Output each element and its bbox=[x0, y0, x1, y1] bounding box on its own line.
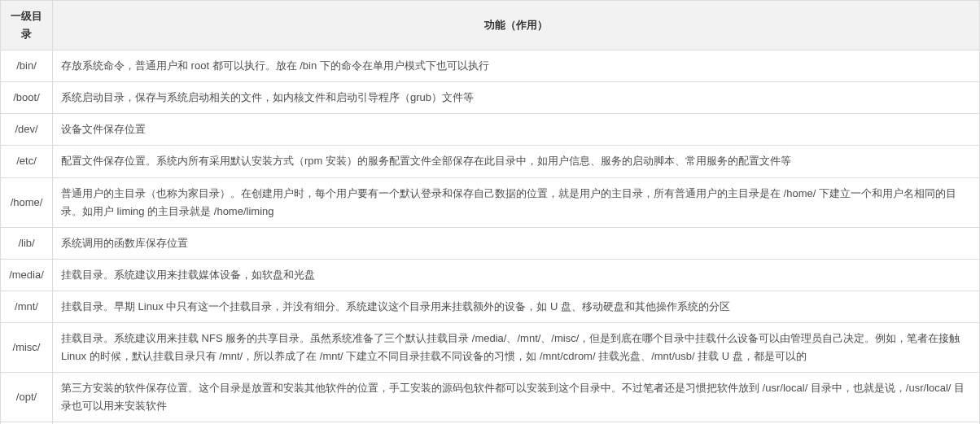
desc-cell: 系统启动目录，保存与系统启动相关的文件，如内核文件和启动引导程序（grub）文件… bbox=[53, 82, 980, 114]
table-row: /lib/系统调用的函数库保存位置 bbox=[1, 227, 980, 259]
desc-cell: 存放系统命令，普通用户和 root 都可以执行。放在 /bin 下的命令在单用户… bbox=[53, 50, 980, 82]
table-row: /etc/配置文件保存位置。系统内所有采用默认安装方式（rpm 安装）的服务配置… bbox=[1, 146, 980, 177]
dir-cell: /bin/ bbox=[1, 50, 53, 82]
dir-cell: /misc/ bbox=[1, 323, 53, 373]
dir-cell: /boot/ bbox=[1, 82, 53, 114]
table-row: /bin/存放系统命令，普通用户和 root 都可以执行。放在 /bin 下的命… bbox=[1, 50, 980, 82]
desc-cell: 普通用户的主目录（也称为家目录）。在创建用户时，每个用户要有一个默认登录和保存自… bbox=[53, 177, 980, 227]
table-row: /opt/第三方安装的软件保存位置。这个目录是放置和安装其他软件的位置，手工安装… bbox=[1, 373, 980, 422]
desc-cell: 挂载目录。系统建议用来挂载 NFS 服务的共享目录。虽然系统准备了三个默认挂载目… bbox=[53, 323, 980, 373]
dir-cell: /opt/ bbox=[1, 373, 53, 422]
dir-cell: /home/ bbox=[1, 177, 53, 227]
table-row: /home/普通用户的主目录（也称为家目录）。在创建用户时，每个用户要有一个默认… bbox=[1, 177, 980, 227]
table-row: /boot/系统启动目录，保存与系统启动相关的文件，如内核文件和启动引导程序（g… bbox=[1, 82, 980, 114]
table-row: /misc/挂载目录。系统建议用来挂载 NFS 服务的共享目录。虽然系统准备了三… bbox=[1, 323, 980, 373]
desc-cell: 系统调用的函数库保存位置 bbox=[53, 227, 980, 259]
desc-cell: 配置文件保存位置。系统内所有采用默认安装方式（rpm 安装）的服务配置文件全部保… bbox=[53, 146, 980, 177]
desc-cell: 设备文件保存位置 bbox=[53, 114, 980, 146]
table-row: /media/挂载目录。系统建议用来挂载媒体设备，如软盘和光盘 bbox=[1, 259, 980, 291]
dir-cell: /lib/ bbox=[1, 227, 53, 259]
dir-cell: /dev/ bbox=[1, 114, 53, 146]
linux-directory-table: 一级目录 功能（作用） /bin/存放系统命令，普通用户和 root 都可以执行… bbox=[0, 0, 980, 424]
header-directory: 一级目录 bbox=[1, 1, 53, 50]
desc-cell: 挂载目录。早期 Linux 中只有这一个挂载目录，并没有细分。系统建议这个目录用… bbox=[53, 291, 980, 322]
table-body: /bin/存放系统命令，普通用户和 root 都可以执行。放在 /bin 下的命… bbox=[1, 50, 980, 424]
dir-cell: /media/ bbox=[1, 259, 53, 291]
table-row: /dev/设备文件保存位置 bbox=[1, 114, 980, 146]
dir-cell: /etc/ bbox=[1, 146, 53, 177]
desc-cell: 挂载目录。系统建议用来挂载媒体设备，如软盘和光盘 bbox=[53, 259, 980, 291]
desc-cell: 第三方安装的软件保存位置。这个目录是放置和安装其他软件的位置，手工安装的源码包软… bbox=[53, 373, 980, 422]
header-function: 功能（作用） bbox=[53, 1, 980, 50]
table-header-row: 一级目录 功能（作用） bbox=[1, 1, 980, 50]
dir-cell: /mnt/ bbox=[1, 291, 53, 322]
table-row: /mnt/挂载目录。早期 Linux 中只有这一个挂载目录，并没有细分。系统建议… bbox=[1, 291, 980, 322]
